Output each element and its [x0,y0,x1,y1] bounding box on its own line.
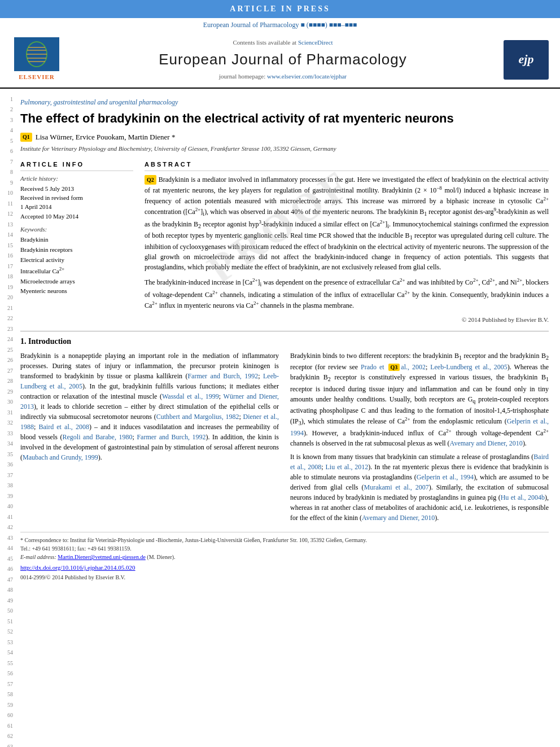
authors-text: Lisa Würner, Ervice Pouokam, Martin Dien… [36,132,176,142]
line-num-39: 39 [0,491,13,502]
ref-gelperin-1994[interactable]: Gelperin et al., 1994 [290,417,549,437]
journal-main-title: European Journal of Pharmacology [62,49,504,69]
ref-wurner-2013[interactable]: Würner and Diener, 2013 [20,392,279,410]
line-num-36: 36 [0,460,13,470]
article-in-press-banner: ARTICLE IN PRESS [0,0,560,18]
ref-liu-2012[interactable]: Liu et al., 2012 [326,463,369,471]
line-num-60: 60 [0,710,13,721]
article-info-column: ARTICLE INFO Article history: Received 5… [20,160,133,324]
sciencedirect-link[interactable]: ScienceDirect [298,39,333,46]
line-num-44: 44 [0,543,13,554]
homepage-url: www.elsevier.com/locate/ejphar [267,73,347,80]
ref-hu-2004b[interactable]: Hu et al., 2004b [501,493,545,501]
line-numbers: 1 2 3 4 5 6 7 8 9 10 11 12 13 14 15 16 1… [0,89,16,747]
line-num-32: 32 [0,418,13,429]
ref-farmer-burch-1992[interactable]: Farmer and Burch, 1992 [137,433,205,441]
line-num-23: 23 [0,324,13,335]
line-num-10: 10 [0,188,13,199]
abstract-header: ABSTRACT [145,160,549,171]
authors-line: Q1 Lisa Würner, Ervice Pouokam, Martin D… [20,132,549,142]
introduction-title: 1. Introduction [20,336,549,347]
email-label: E-mail address: [20,554,56,560]
introduction-body: Bradykinin is a nonapeptide playing an i… [20,351,549,527]
ejp-logo: ejp [504,40,549,80]
line-num-14: 14 [0,230,13,241]
ref-gelperin-1994b[interactable]: Gelperin et al., 1994 [417,473,474,481]
line-num-12: 12 [0,209,13,220]
received-date: Received 5 July 2013 [20,185,133,193]
keyword-electrical-activity: Electrical activity [20,255,133,265]
keywords-label: Keywords: [20,225,133,234]
ref-regoli-1980[interactable]: Regoli and Barabe, 1980 [62,433,132,441]
elsevier-logo-box [14,37,59,71]
main-content: Pulmonary, gastrointestinal and urogenit… [16,89,560,747]
banner-text: ARTICLE IN PRESS [230,5,330,13]
intro-para-1: Bradykinin is a nonapeptide playing an i… [20,351,279,462]
line-num-35: 35 [0,449,13,460]
ref-avemary-2010b[interactable]: Avemary and Diener, 2010 [362,514,435,522]
contents-label: Contents lists available at [233,39,296,46]
ref-cuthbert-1982[interactable]: Cuthbert and Margolius, 1982 [156,413,239,421]
intro-para-2: Bradykinin binds to two different recept… [290,351,549,449]
ref-wassdal-1999[interactable]: Wassdal et al., 1999 [162,392,219,400]
line-num-33: 33 [0,429,13,439]
line-num-5: 5 [0,136,13,147]
keyword-myenteric-neurons: Myenteric neurons [20,286,133,296]
line-num-50: 50 [0,606,13,617]
ref-maubach-1999[interactable]: Maubach and Grundy, 1999 [23,453,98,461]
abstract-text: Q2Bradykinin is a mediator involved in i… [145,174,549,324]
line-num-22: 22 [0,313,13,324]
line-num-52: 52 [0,627,13,637]
history-label: Article history: [20,174,133,183]
homepage-link[interactable]: www.elsevier.com/locate/ejphar [267,73,347,80]
line-num-34: 34 [0,439,13,449]
intro-col-right: Bradykinin binds to two different recept… [290,351,549,527]
line-num-54: 54 [0,648,13,658]
line-num-49: 49 [0,596,13,606]
line-num-42: 42 [0,522,13,533]
line-num-26: 26 [0,355,13,366]
journal-link[interactable]: European Journal of Pharmacology ■ (■■■■… [203,21,357,29]
homepage-label: journal homepage: [219,73,265,80]
line-num-24: 24 [0,334,13,345]
q3-badge-inline: Q3 [388,364,400,371]
line-num-9: 9 [0,178,13,189]
email-link[interactable]: Martin.Diener@vetmed.uni-giessen.de [58,554,146,560]
ref-leeb-2005b[interactable]: Leeb-Lundberg et al., 2005 [430,363,508,371]
sciencedirect-link-text: ScienceDirect [298,39,333,46]
line-num-29: 29 [0,387,13,397]
line-num-43: 43 [0,533,13,544]
ejp-logo-text: ejp [519,51,534,68]
line-num-27: 27 [0,366,13,377]
line-num-62: 62 [0,731,13,742]
line-num-37: 37 [0,470,13,481]
intro-col-left: Bradykinin is a nonapeptide playing an i… [20,351,279,527]
ref-prado-2002[interactable]: Prado et Q3al., 2002 [361,363,426,371]
line-num-28: 28 [0,376,13,387]
line-num-21: 21 [0,303,13,314]
line-num-8: 8 [0,167,13,178]
doi-link-area: http://dx.doi.org/10.1016/j.ejphar.2014.… [20,563,549,572]
article-info-abstract-section: ARTICLE INFO Article history: Received 5… [20,160,549,324]
line-num-6: 6 [0,146,13,157]
line-num-1: 1 [0,94,13,105]
doi-link[interactable]: http://dx.doi.org/10.1016/j.ejphar.2014.… [20,564,135,571]
email-name: (M. Diener). [147,554,175,560]
q2-badge: Q2 [145,175,156,185]
ref-baird-2008[interactable]: Baird et al., 2008 [38,423,89,431]
line-num-59: 59 [0,700,13,711]
line-num-30: 30 [0,397,13,408]
ref-avemary-2010[interactable]: Avemary and Diener, 2010 [450,439,523,447]
line-num-57: 57 [0,679,13,690]
revised-label: Received in revised form [20,194,133,202]
ref-murakami-2007[interactable]: Murakami et al., 2007 [364,483,428,491]
keyword-bradykinin-receptors: Bradykinin receptors [20,245,133,255]
line-num-45: 45 [0,554,13,565]
line-num-18: 18 [0,272,13,282]
line-num-56: 56 [0,669,13,679]
ref-farmer-1992[interactable]: Farmer and Burch, 1992 [187,372,258,380]
line-num-17: 17 [0,261,13,272]
line-num-58: 58 [0,689,13,700]
keyword-intracellular-ca: Intracellular Ca2+ [20,265,133,276]
article-title: The effect of bradykinin on the electric… [20,111,549,127]
